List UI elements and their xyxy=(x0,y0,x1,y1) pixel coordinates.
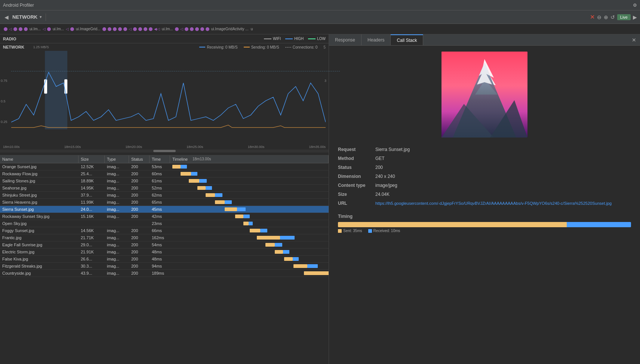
dropdown-arrow[interactable]: ▾ xyxy=(40,15,42,19)
event-dot[interactable] xyxy=(123,27,127,31)
timeline-sent-bar xyxy=(265,243,275,247)
table-row[interactable]: Eagle Fall Sunrise.jpg 29.0... imag... 2… xyxy=(0,241,329,249)
table-row[interactable]: Rockaway Sunset Sky.jpg 15.16K imag... 2… xyxy=(0,213,329,220)
td-timeline xyxy=(170,199,329,206)
sending-line-icon xyxy=(244,47,250,47)
td-timeline xyxy=(170,263,329,269)
stop-button[interactable]: ✕ xyxy=(590,13,595,21)
td-timeline xyxy=(170,170,329,177)
timeline-sent-bar xyxy=(304,271,329,275)
tab-response[interactable]: Response xyxy=(329,34,361,45)
event-dot[interactable] xyxy=(113,27,117,31)
event-dot[interactable] xyxy=(24,27,28,31)
receiving-line-icon xyxy=(199,47,205,47)
table-row[interactable]: Open Sky.jpg 23ms xyxy=(0,220,329,227)
event-dot[interactable] xyxy=(149,27,153,31)
y-label-075: 0.75 xyxy=(1,79,7,83)
table-row[interactable]: Foggy Sunset.jpg 14.56K imag... 200 66ms xyxy=(0,227,329,234)
high-line-icon xyxy=(285,38,293,39)
td-time: 48ms xyxy=(150,256,170,262)
status-value: 200 xyxy=(372,163,634,172)
th-time[interactable]: Time xyxy=(150,155,170,163)
event-dot[interactable] xyxy=(133,27,137,31)
plus-button[interactable]: ⊕ xyxy=(604,14,608,20)
event-dot[interactable] xyxy=(13,27,17,31)
app-title: Android Profiler xyxy=(3,3,34,8)
sent-legend-label: Sent: 35ms xyxy=(343,229,362,233)
td-name: Shinjuku Street.jpg xyxy=(0,192,79,198)
event-dot[interactable] xyxy=(118,27,122,31)
table-row[interactable]: Electric Storm.jpg 21.91K imag... 200 48… xyxy=(0,249,329,256)
event-dot[interactable] xyxy=(144,27,147,31)
th-type[interactable]: Type xyxy=(105,155,129,163)
event-dot[interactable] xyxy=(70,27,74,31)
radio-legend: WIFI HIGH LOW xyxy=(264,37,326,41)
td-size: 24.0... xyxy=(79,206,105,213)
table-row[interactable]: Frantic.jpg 21.71K imag... 200 162ms xyxy=(0,234,329,241)
event-dot[interactable] xyxy=(190,27,194,31)
event-dot[interactable] xyxy=(195,27,199,31)
reset-button[interactable]: ↺ xyxy=(610,14,615,20)
table-area[interactable]: Name Size Type Status Time Timeline 18m1… xyxy=(0,155,329,364)
tab-call-stack[interactable]: Call Stack xyxy=(391,34,423,45)
table-row[interactable]: False Kiva.jpg 26.6... imag... 200 48ms xyxy=(0,256,329,263)
td-time: 53ms xyxy=(150,163,170,170)
scroll-thumb[interactable] xyxy=(153,150,176,152)
event-dot[interactable] xyxy=(206,27,209,31)
td-name: False Kiva.jpg xyxy=(0,256,79,262)
chart-scroll[interactable] xyxy=(0,149,329,152)
td-size: 25.4... xyxy=(79,170,105,177)
url-value[interactable]: https://lh5.googleusercontent.com/-dJgje… xyxy=(372,199,634,208)
table-row[interactable]: Rockaway Flow.jpg 25.4... imag... 200 60… xyxy=(0,170,329,178)
receiving-legend: Receiving: 0 MB/S xyxy=(199,45,237,49)
td-time: 48ms xyxy=(150,249,170,255)
timeline-recv-bar xyxy=(243,215,250,218)
event-arrow: ◁ xyxy=(66,27,69,31)
event-dot[interactable] xyxy=(102,27,106,31)
event-dot[interactable] xyxy=(175,27,179,31)
timeline-recv-bar xyxy=(199,179,207,183)
timeline-marker: 18m13.00s xyxy=(193,157,211,161)
close-panel-button[interactable]: ✕ xyxy=(628,34,640,45)
table-row[interactable]: Sailing Stones.jpg 18.89K imag... 200 61… xyxy=(0,178,329,185)
table-row[interactable]: Sierra Sunset.jpg 24.0... imag... 200 45… xyxy=(0,206,329,213)
size-label: Size xyxy=(335,190,372,199)
table-row[interactable]: Fitzgerald Streaks.jpg 30.3... imag... 2… xyxy=(0,263,329,270)
event-dot[interactable] xyxy=(200,27,204,31)
event-dot[interactable] xyxy=(185,27,188,31)
forward-button[interactable]: ▶ xyxy=(633,14,637,20)
content-type-value: image/jpeg xyxy=(372,181,634,190)
settings-icon[interactable]: ⚙ xyxy=(633,3,637,8)
size-value: 24.04K xyxy=(372,190,634,199)
event-dot[interactable] xyxy=(19,27,22,31)
tab-headers[interactable]: Headers xyxy=(361,34,391,45)
y-label-05: 0.5 xyxy=(1,99,6,103)
timeline-recv-bar xyxy=(191,172,197,176)
chart-canvas-area[interactable]: 0.75 0.5 0.25 3 xyxy=(0,51,329,144)
td-status: 200 xyxy=(129,170,150,177)
event-dot[interactable] xyxy=(47,27,51,31)
timing-section: Timing Sent: 35ms Received: 10ms xyxy=(335,212,634,236)
td-status: 200 xyxy=(129,241,150,248)
table-row[interactable]: Countryside.jpg 43.9... imag... 200 189m… xyxy=(0,270,329,277)
td-time: 94ms xyxy=(150,263,170,269)
th-name[interactable]: Name xyxy=(0,155,79,163)
url-link[interactable]: https://lh5.googleusercontent.com/-dJgje… xyxy=(375,201,612,206)
back-button[interactable]: ◀ xyxy=(3,13,10,21)
event-dot[interactable] xyxy=(4,27,7,31)
th-status[interactable]: Status xyxy=(129,155,150,163)
event-dot[interactable] xyxy=(138,27,142,31)
event-dot[interactable] xyxy=(108,27,111,31)
table-row[interactable]: Sierra Heavens.jpg 11.99K imag... 200 65… xyxy=(0,199,329,206)
table-row[interactable]: Orange Sunset.jpg 12.52K imag... 200 53m… xyxy=(0,163,329,170)
th-size[interactable]: Size xyxy=(79,155,105,163)
td-status: 200 xyxy=(129,234,150,241)
td-type xyxy=(105,222,129,225)
live-badge[interactable]: Live xyxy=(617,14,631,20)
table-row[interactable]: Seahorse.jpg 14.95K imag... 200 52ms xyxy=(0,185,329,192)
table-row[interactable]: Shinjuku Street.jpg 37.9... imag... 200 … xyxy=(0,192,329,199)
minus-button[interactable]: ⊖ xyxy=(597,14,601,20)
timeline-recv-bar xyxy=(181,165,187,169)
td-timeline xyxy=(170,249,329,255)
image-preview xyxy=(335,52,634,138)
